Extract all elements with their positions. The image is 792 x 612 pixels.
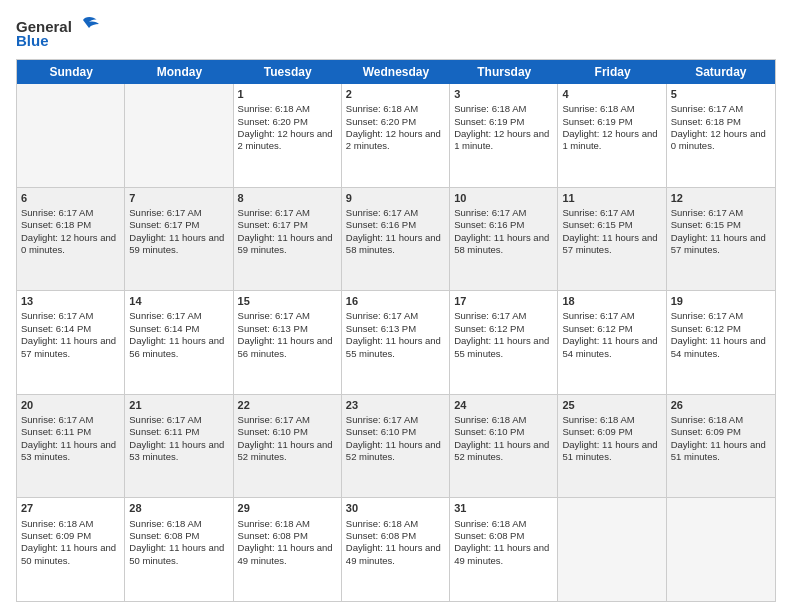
day-info: Sunrise: 6:17 AM <box>671 207 771 219</box>
calendar-cell: 8Sunrise: 6:17 AMSunset: 6:17 PMDaylight… <box>234 188 342 291</box>
day-info: Daylight: 11 hours and 59 minutes. <box>129 232 228 257</box>
day-info: Sunrise: 6:17 AM <box>21 207 120 219</box>
calendar-body: 1Sunrise: 6:18 AMSunset: 6:20 PMDaylight… <box>17 84 775 601</box>
calendar-cell: 30Sunrise: 6:18 AMSunset: 6:08 PMDayligh… <box>342 498 450 601</box>
calendar-cell: 12Sunrise: 6:17 AMSunset: 6:15 PMDayligh… <box>667 188 775 291</box>
day-info: Sunrise: 6:17 AM <box>454 207 553 219</box>
calendar-cell: 5Sunrise: 6:17 AMSunset: 6:18 PMDaylight… <box>667 84 775 187</box>
day-info: Sunrise: 6:17 AM <box>238 414 337 426</box>
day-info: Sunrise: 6:17 AM <box>346 310 445 322</box>
day-number: 5 <box>671 87 771 101</box>
day-number: 19 <box>671 294 771 308</box>
day-info: Sunset: 6:19 PM <box>454 116 553 128</box>
day-info: Daylight: 12 hours and 2 minutes. <box>238 128 337 153</box>
calendar-cell: 22Sunrise: 6:17 AMSunset: 6:10 PMDayligh… <box>234 395 342 498</box>
day-info: Sunset: 6:12 PM <box>562 323 661 335</box>
day-info: Sunrise: 6:17 AM <box>346 207 445 219</box>
calendar-cell: 19Sunrise: 6:17 AMSunset: 6:12 PMDayligh… <box>667 291 775 394</box>
day-info: Sunset: 6:17 PM <box>238 219 337 231</box>
header: General Blue <box>16 16 776 49</box>
calendar-cell: 29Sunrise: 6:18 AMSunset: 6:08 PMDayligh… <box>234 498 342 601</box>
calendar-header: SundayMondayTuesdayWednesdayThursdayFrid… <box>17 60 775 84</box>
header-day-thursday: Thursday <box>450 60 558 84</box>
day-number: 28 <box>129 501 228 515</box>
day-info: Sunrise: 6:18 AM <box>346 103 445 115</box>
day-info: Daylight: 11 hours and 57 minutes. <box>671 232 771 257</box>
day-info: Sunset: 6:18 PM <box>21 219 120 231</box>
day-info: Sunset: 6:09 PM <box>21 530 120 542</box>
day-info: Daylight: 11 hours and 57 minutes. <box>21 335 120 360</box>
day-info: Daylight: 11 hours and 56 minutes. <box>238 335 337 360</box>
day-info: Daylight: 11 hours and 51 minutes. <box>671 439 771 464</box>
day-number: 6 <box>21 191 120 205</box>
day-number: 15 <box>238 294 337 308</box>
calendar-cell <box>17 84 125 187</box>
day-info: Sunset: 6:10 PM <box>238 426 337 438</box>
day-info: Sunrise: 6:18 AM <box>454 414 553 426</box>
calendar-cell: 18Sunrise: 6:17 AMSunset: 6:12 PMDayligh… <box>558 291 666 394</box>
day-info: Daylight: 11 hours and 55 minutes. <box>454 335 553 360</box>
calendar-week-5: 27Sunrise: 6:18 AMSunset: 6:09 PMDayligh… <box>17 498 775 601</box>
day-number: 4 <box>562 87 661 101</box>
calendar-cell: 14Sunrise: 6:17 AMSunset: 6:14 PMDayligh… <box>125 291 233 394</box>
day-info: Daylight: 11 hours and 52 minutes. <box>238 439 337 464</box>
day-info: Daylight: 11 hours and 49 minutes. <box>346 542 445 567</box>
day-info: Daylight: 11 hours and 51 minutes. <box>562 439 661 464</box>
day-info: Daylight: 11 hours and 55 minutes. <box>346 335 445 360</box>
logo-blue: Blue <box>16 32 49 49</box>
calendar-cell: 13Sunrise: 6:17 AMSunset: 6:14 PMDayligh… <box>17 291 125 394</box>
day-info: Sunrise: 6:17 AM <box>21 310 120 322</box>
day-number: 31 <box>454 501 553 515</box>
day-number: 10 <box>454 191 553 205</box>
day-info: Sunset: 6:20 PM <box>346 116 445 128</box>
day-info: Sunset: 6:12 PM <box>671 323 771 335</box>
calendar-cell: 31Sunrise: 6:18 AMSunset: 6:08 PMDayligh… <box>450 498 558 601</box>
calendar-cell: 24Sunrise: 6:18 AMSunset: 6:10 PMDayligh… <box>450 395 558 498</box>
day-info: Sunset: 6:14 PM <box>129 323 228 335</box>
calendar-cell: 1Sunrise: 6:18 AMSunset: 6:20 PMDaylight… <box>234 84 342 187</box>
day-info: Daylight: 12 hours and 0 minutes. <box>671 128 771 153</box>
calendar-cell: 11Sunrise: 6:17 AMSunset: 6:15 PMDayligh… <box>558 188 666 291</box>
day-info: Sunrise: 6:17 AM <box>562 310 661 322</box>
day-info: Sunset: 6:08 PM <box>346 530 445 542</box>
day-info: Daylight: 11 hours and 53 minutes. <box>129 439 228 464</box>
day-info: Sunset: 6:14 PM <box>21 323 120 335</box>
day-info: Sunrise: 6:17 AM <box>129 310 228 322</box>
day-number: 9 <box>346 191 445 205</box>
header-day-sunday: Sunday <box>17 60 125 84</box>
calendar-cell: 26Sunrise: 6:18 AMSunset: 6:09 PMDayligh… <box>667 395 775 498</box>
day-info: Daylight: 11 hours and 53 minutes. <box>21 439 120 464</box>
day-number: 12 <box>671 191 771 205</box>
day-info: Sunrise: 6:17 AM <box>671 103 771 115</box>
day-number: 3 <box>454 87 553 101</box>
day-number: 30 <box>346 501 445 515</box>
calendar-cell: 4Sunrise: 6:18 AMSunset: 6:19 PMDaylight… <box>558 84 666 187</box>
day-info: Sunrise: 6:18 AM <box>454 518 553 530</box>
logo-bird-icon <box>75 16 99 36</box>
day-info: Sunset: 6:11 PM <box>21 426 120 438</box>
day-info: Sunset: 6:15 PM <box>671 219 771 231</box>
day-info: Daylight: 11 hours and 49 minutes. <box>238 542 337 567</box>
day-number: 18 <box>562 294 661 308</box>
day-info: Sunset: 6:19 PM <box>562 116 661 128</box>
day-number: 2 <box>346 87 445 101</box>
calendar: SundayMondayTuesdayWednesdayThursdayFrid… <box>16 59 776 602</box>
calendar-cell: 17Sunrise: 6:17 AMSunset: 6:12 PMDayligh… <box>450 291 558 394</box>
day-info: Sunrise: 6:17 AM <box>346 414 445 426</box>
calendar-week-3: 13Sunrise: 6:17 AMSunset: 6:14 PMDayligh… <box>17 291 775 395</box>
day-info: Sunset: 6:12 PM <box>454 323 553 335</box>
day-info: Sunrise: 6:17 AM <box>238 310 337 322</box>
day-info: Sunset: 6:18 PM <box>671 116 771 128</box>
day-number: 20 <box>21 398 120 412</box>
day-info: Sunset: 6:10 PM <box>454 426 553 438</box>
day-info: Sunset: 6:08 PM <box>454 530 553 542</box>
day-info: Daylight: 11 hours and 54 minutes. <box>671 335 771 360</box>
day-number: 24 <box>454 398 553 412</box>
day-info: Sunset: 6:13 PM <box>346 323 445 335</box>
day-info: Daylight: 11 hours and 59 minutes. <box>238 232 337 257</box>
calendar-cell: 2Sunrise: 6:18 AMSunset: 6:20 PMDaylight… <box>342 84 450 187</box>
calendar-cell: 7Sunrise: 6:17 AMSunset: 6:17 PMDaylight… <box>125 188 233 291</box>
calendar-cell: 25Sunrise: 6:18 AMSunset: 6:09 PMDayligh… <box>558 395 666 498</box>
day-number: 8 <box>238 191 337 205</box>
day-info: Daylight: 11 hours and 49 minutes. <box>454 542 553 567</box>
